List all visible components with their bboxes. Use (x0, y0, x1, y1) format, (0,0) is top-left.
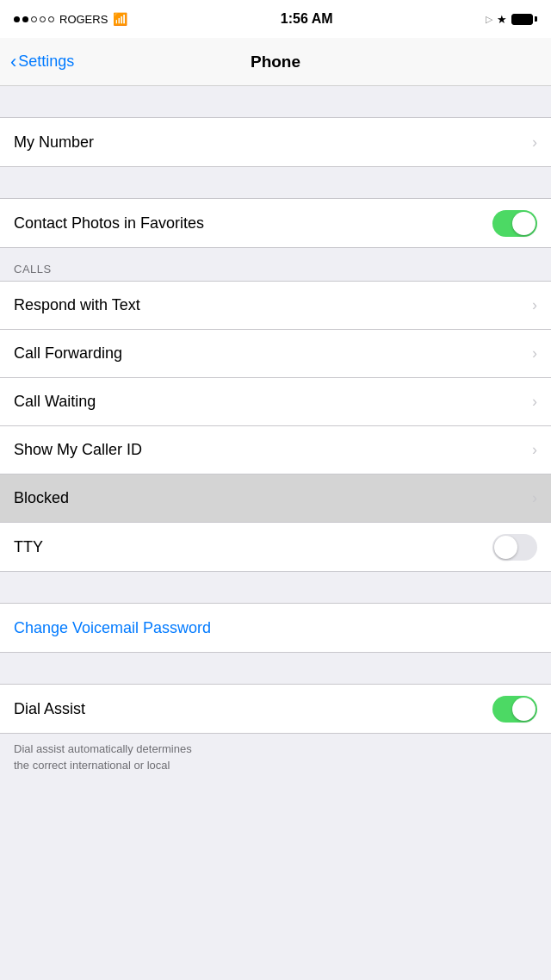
signal-dot-4 (40, 16, 46, 22)
back-chevron-icon: ‹ (10, 51, 16, 73)
respond-with-text-chevron-icon: › (532, 296, 537, 314)
page-title: Phone (251, 53, 300, 71)
respond-with-text-label: Respond with Text (14, 296, 525, 314)
status-right: ▷ ★ (486, 13, 537, 26)
back-label: Settings (18, 53, 74, 71)
contact-photos-group: Contact Photos in Favorites (0, 198, 551, 248)
spacer-4 (0, 653, 551, 684)
location-icon: ▷ (486, 14, 492, 25)
call-forwarding-chevron-icon: › (532, 344, 537, 363)
dial-assist-label: Dial Assist (14, 700, 492, 718)
dial-assist-row[interactable]: Dial Assist (0, 685, 551, 733)
dial-assist-group: Dial Assist (0, 684, 551, 734)
contact-photos-toggle[interactable] (492, 210, 537, 237)
respond-with-text-row[interactable]: Respond with Text › (0, 282, 551, 330)
my-number-row[interactable]: My Number › (0, 118, 551, 166)
battery-tip (535, 16, 537, 22)
call-forwarding-label: Call Forwarding (14, 344, 525, 363)
show-caller-id-label: Show My Caller ID (14, 441, 525, 459)
spacer-3 (0, 572, 551, 603)
status-time: 1:56 AM (281, 11, 333, 27)
calls-group: Respond with Text › Call Forwarding › Ca… (0, 281, 551, 572)
status-left: ROGERS 📶 (14, 12, 127, 26)
dial-assist-toggle-knob (512, 698, 536, 721)
signal-dot-3 (31, 16, 37, 22)
show-caller-id-chevron-icon: › (532, 441, 537, 459)
my-number-label: My Number (14, 133, 525, 152)
tty-row[interactable]: TTY (0, 523, 551, 571)
my-number-group: My Number › (0, 117, 551, 167)
my-number-chevron-icon: › (532, 133, 537, 152)
blocked-label: Blocked (14, 489, 525, 507)
call-waiting-row[interactable]: Call Waiting › (0, 378, 551, 426)
spacer-2 (0, 167, 551, 198)
bluetooth-icon: ★ (497, 13, 507, 26)
wifi-icon: 📶 (113, 12, 127, 26)
tty-toggle[interactable] (492, 534, 537, 561)
toggle-knob (512, 212, 536, 235)
call-waiting-label: Call Waiting (14, 393, 525, 411)
contact-photos-row[interactable]: Contact Photos in Favorites (0, 199, 551, 247)
battery-body (511, 14, 533, 25)
carrier-name: ROGERS (59, 13, 108, 26)
signal-strength (14, 16, 54, 22)
change-voicemail-password-label: Change Voicemail Password (14, 619, 211, 637)
battery-indicator (511, 14, 537, 25)
dial-assist-footer-text: Dial assist automatically determinesthe … (14, 742, 192, 772)
blocked-chevron-icon: › (532, 489, 537, 507)
change-voicemail-password-row[interactable]: Change Voicemail Password (0, 604, 551, 652)
dial-assist-footer: Dial assist automatically determinesthe … (0, 734, 551, 773)
call-forwarding-row[interactable]: Call Forwarding › (0, 330, 551, 378)
calls-header-text: CALLS (14, 263, 52, 276)
status-bar: ROGERS 📶 1:56 AM ▷ ★ (0, 0, 551, 38)
tty-label: TTY (14, 538, 492, 556)
back-button[interactable]: ‹ Settings (10, 51, 74, 73)
spacer-1 (0, 86, 551, 117)
blocked-row[interactable]: Blocked › (0, 474, 551, 523)
voicemail-group: Change Voicemail Password (0, 603, 551, 653)
signal-dot-5 (48, 16, 54, 22)
nav-bar: ‹ Settings Phone (0, 38, 551, 86)
contact-photos-label: Contact Photos in Favorites (14, 214, 492, 233)
call-waiting-chevron-icon: › (532, 393, 537, 411)
tty-toggle-knob (494, 536, 517, 559)
show-caller-id-row[interactable]: Show My Caller ID › (0, 426, 551, 474)
dial-assist-toggle[interactable] (492, 696, 537, 723)
signal-dot-2 (22, 16, 28, 22)
signal-dot-1 (14, 16, 20, 22)
calls-section-header: CALLS (0, 248, 551, 281)
